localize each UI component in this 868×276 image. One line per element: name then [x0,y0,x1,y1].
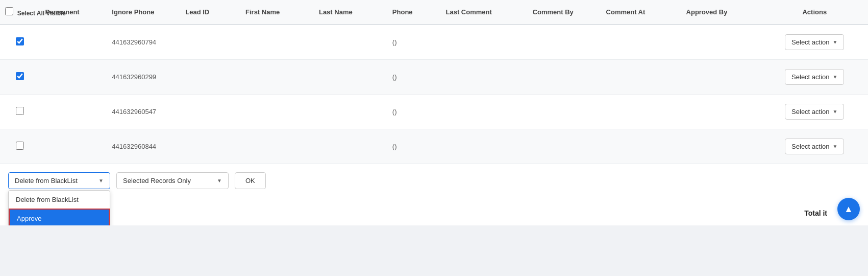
row-approved-by [681,60,761,95]
blacklist-table: Select All Visible Permanent Ignore Phon… [0,0,868,164]
row-approved-by [681,95,761,129]
comment-at-header: Comment At [601,0,681,25]
row-approved-by [681,129,761,164]
row-ignore-phone: 441632960299 [107,60,180,95]
main-container: Select All Visible Permanent Ignore Phon… [0,0,868,225]
footer-bar: Delete from BlackList ▼ Delete from Blac… [0,164,868,225]
bulk-action-menu: Delete from BlackList Approve [8,190,110,225]
row-phone: () [387,60,441,95]
row-checkbox-cell [0,25,40,60]
row-last-name [314,60,387,95]
row-permanent [40,129,107,164]
row-checkbox-cell [0,95,40,129]
row-phone: () [387,25,441,60]
select-action-button[interactable]: Select action ▼ [785,104,844,120]
scope-label: Selected Records Only [123,177,191,185]
scope-chevron-icon: ▼ [217,178,222,183]
bulk-action-option-delete[interactable]: Delete from BlackList [9,191,110,209]
row-checkbox[interactable] [16,142,24,150]
row-checkbox[interactable] [16,37,24,45]
fab-icon: ▲ [844,204,853,215]
ok-button[interactable]: OK [235,172,266,189]
row-comment-at [601,129,681,164]
row-checkbox-cell [0,129,40,164]
row-permanent [40,60,107,95]
table-header-row: Select All Visible Permanent Ignore Phon… [0,0,868,25]
scope-dropdown-button[interactable]: Selected Records Only ▼ [116,172,229,189]
row-last-name [314,95,387,129]
row-last-comment [441,25,528,60]
table-row: 441632960794()Select action ▼ [0,25,868,60]
fab-button[interactable]: ▲ [837,198,860,220]
row-comment-at [601,25,681,60]
bulk-action-option-approve[interactable]: Approve [9,209,110,225]
row-last-comment [441,60,528,95]
row-actions-cell: Select action ▼ [761,95,868,129]
row-lead-id [180,25,240,60]
row-last-comment [441,129,528,164]
table-row: 441632960299()Select action ▼ [0,60,868,95]
last-name-header: Last Name [314,0,387,25]
bulk-action-dropdown-container: Delete from BlackList ▼ Delete from Blac… [8,172,110,189]
table-row: 441632960547()Select action ▼ [0,95,868,129]
row-lead-id [180,95,240,129]
phone-header: Phone [387,0,441,25]
lead-id-header: Lead ID [180,0,240,25]
row-phone: () [387,129,441,164]
comment-by-header: Comment By [528,0,601,25]
row-actions-cell: Select action ▼ [761,129,868,164]
select-all-header: Select All Visible [0,0,40,25]
row-first-name [240,129,314,164]
row-lead-id [180,60,240,95]
row-approved-by [681,25,761,60]
last-comment-header: Last Comment [441,0,528,25]
table-row: 441632960844()Select action ▼ [0,129,868,164]
row-actions-cell: Select action ▼ [761,60,868,95]
row-first-name [240,60,314,95]
row-ignore-phone: 441632960547 [107,95,180,129]
row-ignore-phone: 441632960844 [107,129,180,164]
row-first-name [240,25,314,60]
bulk-action-label: Delete from BlackList [15,177,78,185]
row-permanent [40,95,107,129]
select-action-chevron-icon: ▼ [833,109,838,114]
row-checkbox[interactable] [16,107,24,115]
approved-by-header: Approved By [681,0,761,25]
ignore-phone-header: Ignore Phone [107,0,180,25]
row-last-comment [441,95,528,129]
row-comment-by [528,95,601,129]
select-action-chevron-icon: ▼ [833,39,838,45]
row-permanent [40,25,107,60]
select-action-chevron-icon: ▼ [833,74,838,80]
row-comment-by [528,60,601,95]
row-ignore-phone: 441632960794 [107,25,180,60]
select-action-chevron-icon: ▼ [833,144,838,149]
row-checkbox-cell [0,60,40,95]
row-checkbox[interactable] [16,72,24,80]
bulk-action-chevron-icon: ▼ [98,178,104,183]
permanent-header: Permanent [40,0,107,25]
select-action-button[interactable]: Select action ▼ [785,139,844,154]
row-comment-by [528,25,601,60]
row-comment-at [601,95,681,129]
select-all-checkbox[interactable] [5,7,13,15]
row-last-name [314,25,387,60]
total-label: Total it [804,209,827,217]
row-first-name [240,95,314,129]
select-action-button[interactable]: Select action ▼ [785,34,844,50]
row-last-name [314,129,387,164]
row-actions-cell: Select action ▼ [761,25,868,60]
bulk-action-button[interactable]: Delete from BlackList ▼ [8,172,110,189]
select-action-button[interactable]: Select action ▼ [785,69,844,85]
actions-header: Actions [761,0,868,25]
first-name-header: First Name [240,0,314,25]
row-lead-id [180,129,240,164]
row-phone: () [387,95,441,129]
row-comment-by [528,129,601,164]
row-comment-at [601,60,681,95]
